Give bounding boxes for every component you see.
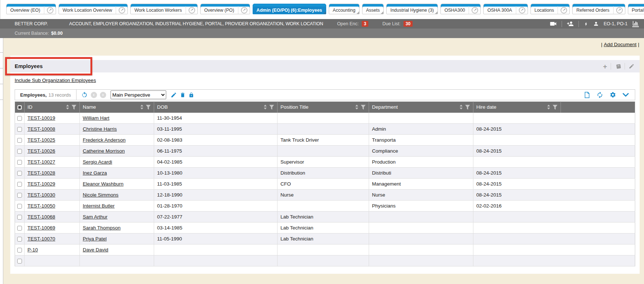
- prev-page-icon[interactable]: ‹: [91, 92, 97, 98]
- edit-icon[interactable]: [629, 63, 634, 69]
- trash-icon[interactable]: [180, 92, 186, 98]
- employee-name-link[interactable]: Catherine Morrison: [83, 148, 125, 154]
- column-header-dob[interactable]: DOB: [154, 102, 278, 113]
- person-add-icon[interactable]: [567, 21, 574, 27]
- row-checkbox[interactable]: [17, 116, 22, 121]
- employee-name-link[interactable]: Frederick Anderson: [83, 137, 126, 143]
- popout-icon[interactable]: ↗: [561, 7, 567, 14]
- row-checkbox[interactable]: [17, 193, 22, 198]
- documents-icon[interactable]: [615, 63, 621, 70]
- employee-name-link[interactable]: Priya Patel: [83, 236, 107, 242]
- due-list-badge[interactable]: 30: [403, 21, 413, 27]
- open-enc-badge[interactable]: 3: [362, 21, 369, 27]
- sort-icon[interactable]: [547, 104, 551, 110]
- employee-id-link[interactable]: TEST-10008: [27, 126, 55, 132]
- next-page-icon[interactable]: ›: [100, 92, 106, 98]
- bar-chart-icon[interactable]: [632, 20, 639, 27]
- filter-icon[interactable]: [465, 105, 470, 110]
- employee-id-link[interactable]: TEST-10028: [27, 170, 55, 176]
- undo-icon[interactable]: [81, 91, 88, 98]
- column-header-position[interactable]: Position Title: [278, 102, 369, 113]
- edit-perspective-icon[interactable]: [171, 92, 177, 98]
- row-checkbox[interactable]: [17, 237, 22, 242]
- filter-icon[interactable]: [146, 105, 151, 110]
- employee-name-link[interactable]: Nicole Simmons: [83, 192, 119, 198]
- new-document-icon[interactable]: [584, 91, 590, 98]
- employee-name-link[interactable]: Eleanor Washburn: [83, 181, 123, 187]
- tab[interactable]: Industrial Hygiene (3): [386, 4, 438, 14]
- employee-id-link[interactable]: TEST-10027: [27, 159, 55, 165]
- tab[interactable]: Overview (EO) ↗: [6, 4, 56, 14]
- filter-icon[interactable]: [552, 105, 558, 110]
- include-sub-org-link[interactable]: Include Sub Organization Employees: [15, 78, 96, 83]
- popout-icon[interactable]: ↗: [47, 7, 53, 14]
- sort-icon[interactable]: [355, 104, 359, 110]
- tab[interactable]: Admin (EO/PO) (6):Employees: [253, 4, 326, 14]
- tab[interactable]: OSHA 300A ↗: [483, 4, 528, 14]
- popout-icon[interactable]: ↗: [241, 7, 247, 14]
- column-header-id[interactable]: ID: [25, 102, 80, 113]
- employee-name-link[interactable]: Dave David: [83, 247, 108, 253]
- employee-id-link[interactable]: TEST-10068: [27, 214, 55, 220]
- filter-icon[interactable]: [361, 105, 366, 110]
- perspective-select[interactable]: Main Perspective: [111, 90, 166, 99]
- tab[interactable]: Work Location Workers ↗: [130, 4, 197, 14]
- employee-name-link[interactable]: Christine Harris: [83, 126, 117, 132]
- tab[interactable]: Locations ↗: [531, 4, 570, 14]
- tab[interactable]: OSHA300 ↗: [440, 4, 481, 14]
- row-checkbox[interactable]: [17, 226, 22, 231]
- popout-icon[interactable]: ↗: [616, 7, 623, 14]
- row-checkbox[interactable]: [17, 182, 22, 187]
- employee-name-link[interactable]: Inez Garza: [83, 170, 107, 176]
- column-header-hire-date[interactable]: Hire date: [473, 102, 561, 113]
- tab[interactable]: Portal Manage ↗: [628, 4, 644, 14]
- add-document-link[interactable]: Add Document: [604, 42, 636, 47]
- collapsed-left-rail[interactable]: [0, 38, 3, 284]
- row-checkbox[interactable]: [17, 259, 22, 264]
- tab[interactable]: Assets: [362, 4, 384, 14]
- employee-id-link[interactable]: TEST-10030: [27, 192, 55, 198]
- video-camera-icon[interactable]: [550, 21, 557, 26]
- row-checkbox[interactable]: [17, 149, 22, 154]
- select-all-checkbox[interactable]: [17, 105, 22, 110]
- chevron-down-icon[interactable]: [622, 93, 629, 97]
- employee-name-link[interactable]: Sarah Thompson: [83, 225, 120, 231]
- row-checkbox[interactable]: [17, 171, 22, 176]
- employee-id-link[interactable]: TEST-10029: [27, 181, 55, 187]
- filter-icon[interactable]: [71, 105, 77, 110]
- tab[interactable]: Referred Orders ↗: [572, 4, 625, 14]
- popout-icon[interactable]: ↗: [519, 7, 525, 14]
- employee-id-link[interactable]: TEST-10026: [27, 148, 55, 154]
- lock-icon[interactable]: [189, 92, 194, 98]
- row-checkbox[interactable]: [17, 160, 22, 165]
- row-checkbox[interactable]: [17, 248, 22, 253]
- sort-icon[interactable]: [66, 104, 70, 110]
- refresh-icon[interactable]: [596, 91, 603, 98]
- employee-id-link[interactable]: TEST-10069: [27, 225, 55, 231]
- row-checkbox[interactable]: [17, 215, 22, 220]
- sort-icon[interactable]: [140, 104, 144, 110]
- column-header-name[interactable]: Name: [80, 102, 154, 113]
- row-checkbox[interactable]: [17, 204, 22, 209]
- employee-name-link[interactable]: Internist Butler: [83, 203, 115, 209]
- employee-name-link[interactable]: William Hart: [83, 115, 109, 121]
- row-checkbox[interactable]: [17, 138, 22, 143]
- bolt-icon[interactable]: [584, 21, 588, 27]
- sort-icon[interactable]: [459, 104, 463, 110]
- sort-icon[interactable]: [263, 104, 267, 110]
- tab[interactable]: Overview (PO) ↗: [200, 4, 250, 14]
- tab[interactable]: Accounting: [329, 4, 360, 14]
- employee-id-link[interactable]: TEST-10070: [27, 236, 55, 242]
- employee-id-link[interactable]: TEST-10025: [27, 137, 55, 143]
- plus-icon[interactable]: +: [603, 63, 607, 70]
- popout-icon[interactable]: ↗: [472, 7, 478, 14]
- popout-icon[interactable]: ↗: [189, 7, 195, 14]
- employee-id-link[interactable]: TEST-10019: [27, 115, 55, 121]
- employee-id-link[interactable]: P-10: [27, 247, 38, 253]
- filter-icon[interactable]: [269, 105, 274, 110]
- column-header-department[interactable]: Department: [369, 102, 473, 113]
- row-checkbox[interactable]: [17, 127, 22, 132]
- tab[interactable]: Work Location Overview ↗: [59, 4, 128, 14]
- employee-id-link[interactable]: TEST-10050: [27, 203, 55, 209]
- employee-name-link[interactable]: Sergio Acardi: [83, 159, 112, 165]
